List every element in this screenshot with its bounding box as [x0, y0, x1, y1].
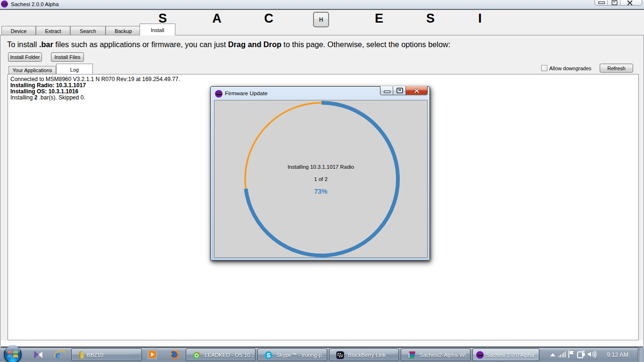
- svg-text:S: S: [266, 352, 270, 359]
